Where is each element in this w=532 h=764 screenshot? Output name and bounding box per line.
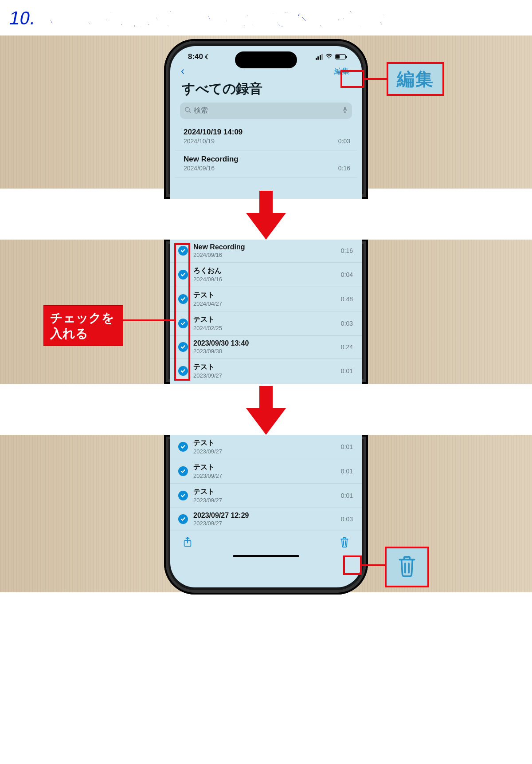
recording-duration: 0:01 — [341, 468, 353, 475]
recording-duration: 0:48 — [341, 295, 353, 303]
connector-line — [364, 78, 387, 80]
cellular-signal-icon — [316, 54, 323, 60]
recording-duration: 0:16 — [341, 247, 353, 254]
wifi-icon — [325, 53, 332, 60]
checkbox-checked-icon[interactable] — [178, 491, 188, 500]
recording-title: テスト — [193, 463, 336, 472]
recording-title: テスト — [193, 438, 336, 448]
trash-icon — [396, 554, 418, 580]
recording-item[interactable]: テスト2023/09/270:01 — [170, 459, 362, 484]
recording-item[interactable]: テスト2023/09/270:01 — [170, 359, 362, 383]
connector-line — [362, 564, 385, 566]
page-title: 10.ボイスメモは残りがちなので不要を削除 — [9, 5, 383, 32]
recording-duration: 0:03 — [341, 320, 353, 327]
phone-panel-2: New Recording2024/09/160:16ろくおん2024/09/1… — [164, 240, 368, 384]
phone-panel-3: テスト2023/09/270:01テスト2023/09/270:01テスト202… — [164, 435, 368, 595]
edit-zoom-callout: 編集 — [387, 62, 444, 96]
down-arrow-icon — [246, 386, 286, 435]
checkbox-checked-icon[interactable] — [178, 442, 188, 452]
delete-button[interactable] — [340, 536, 349, 550]
recording-item[interactable]: ろくおん2024/09/160:04 — [170, 263, 362, 287]
checkbox-highlight-box — [174, 243, 190, 381]
recording-date: 2023/09/27 — [193, 372, 336, 379]
trash-zoom-callout — [385, 547, 429, 587]
recording-duration: 0:03 — [338, 138, 350, 145]
recording-title: テスト — [193, 315, 336, 324]
recording-date: 2024/02/25 — [193, 325, 336, 331]
recording-date: 2023/09/27 — [193, 473, 336, 479]
recording-duration: 0:24 — [341, 343, 353, 350]
do-not-disturb-icon: ☾ — [205, 53, 211, 60]
dictation-icon[interactable] — [342, 106, 348, 115]
recording-item[interactable]: New Recording2024/09/160:16 — [170, 240, 362, 263]
recording-duration: 0:04 — [341, 271, 353, 278]
share-button[interactable] — [183, 536, 192, 550]
recording-date: 2024/10/19 — [184, 138, 215, 145]
checkbox-checked-icon[interactable] — [178, 514, 188, 524]
down-arrow-icon — [246, 191, 286, 240]
recording-duration: 0:16 — [338, 165, 350, 172]
phone-panel-1: 8:40 ☾ ‹ 編集 すべての録音 検索 — [164, 39, 368, 199]
recording-item[interactable]: 2023/09/27 12:292023/09/270:03 — [170, 508, 362, 531]
connector-line — [123, 319, 174, 321]
recording-item[interactable]: 2023/09/30 13:402023/09/300:24 — [170, 336, 362, 359]
recording-title: テスト — [193, 291, 336, 300]
recording-title: テスト — [193, 362, 336, 372]
recording-duration: 0:03 — [341, 516, 353, 523]
recording-item[interactable]: テスト2023/09/270:01 — [170, 435, 362, 459]
recording-date: 2023/09/27 — [193, 497, 336, 504]
home-indicator[interactable] — [233, 555, 299, 557]
recording-date: 2024/09/16 — [193, 276, 336, 283]
recording-duration: 0:01 — [341, 443, 353, 450]
svg-rect-2 — [344, 107, 346, 110]
checkbox-checked-icon[interactable] — [178, 466, 188, 476]
svg-line-1 — [189, 111, 191, 113]
trash-highlight-box — [343, 555, 362, 575]
battery-icon — [335, 54, 346, 59]
search-icon — [184, 106, 191, 115]
recording-date: 2023/09/27 — [193, 520, 336, 527]
edit-highlight-box — [340, 70, 364, 88]
edit-zoom-label: 編集 — [397, 67, 434, 91]
recording-duration: 0:01 — [341, 367, 353, 374]
search-input[interactable]: 検索 — [180, 102, 352, 119]
recording-date: 2024/09/16 — [193, 252, 336, 258]
recording-title: 2023/09/27 12:29 — [193, 512, 336, 520]
recording-item[interactable]: New Recording 2024/09/16 0:16 — [175, 150, 357, 177]
check-callout: チェックを 入れる — [43, 305, 123, 346]
search-placeholder: 検索 — [194, 106, 208, 115]
recording-item[interactable]: テスト2023/09/270:01 — [170, 484, 362, 508]
screen-title: すべての録音 — [175, 79, 357, 102]
recording-title: 2024/10/19 14:09 — [184, 128, 243, 137]
back-button[interactable]: ‹ — [181, 65, 184, 77]
status-time: 8:40 — [188, 52, 203, 61]
recording-duration: 0:01 — [341, 492, 353, 499]
recording-title: テスト — [193, 487, 336, 496]
recording-date: 2024/09/16 — [184, 165, 215, 172]
recording-item[interactable]: 2024/10/19 14:09 2024/10/19 0:03 — [175, 123, 357, 150]
recording-date: 2023/09/27 — [193, 448, 336, 455]
notch — [235, 51, 297, 68]
recording-item[interactable]: テスト2024/02/250:03 — [170, 311, 362, 336]
recording-title: New Recording — [193, 243, 336, 251]
recording-title: ろくおん — [193, 266, 336, 276]
recording-date: 2023/09/30 — [193, 348, 336, 354]
recording-title: 2023/09/30 13:40 — [193, 339, 336, 347]
recording-title: New Recording — [184, 155, 239, 164]
recording-item[interactable]: テスト2024/04/270:48 — [170, 287, 362, 311]
recording-date: 2024/04/27 — [193, 300, 336, 307]
